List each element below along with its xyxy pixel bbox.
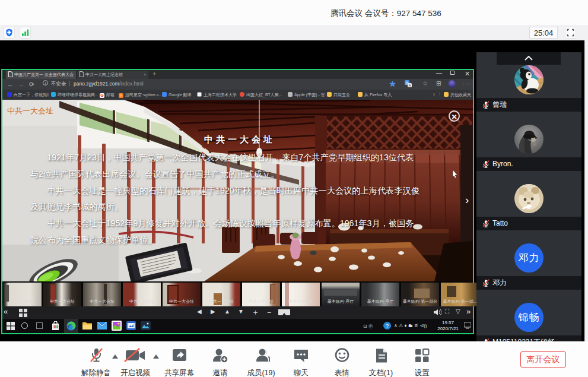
svg-text:A: A <box>408 84 411 87</box>
svg-text:?: ? <box>386 323 389 329</box>
